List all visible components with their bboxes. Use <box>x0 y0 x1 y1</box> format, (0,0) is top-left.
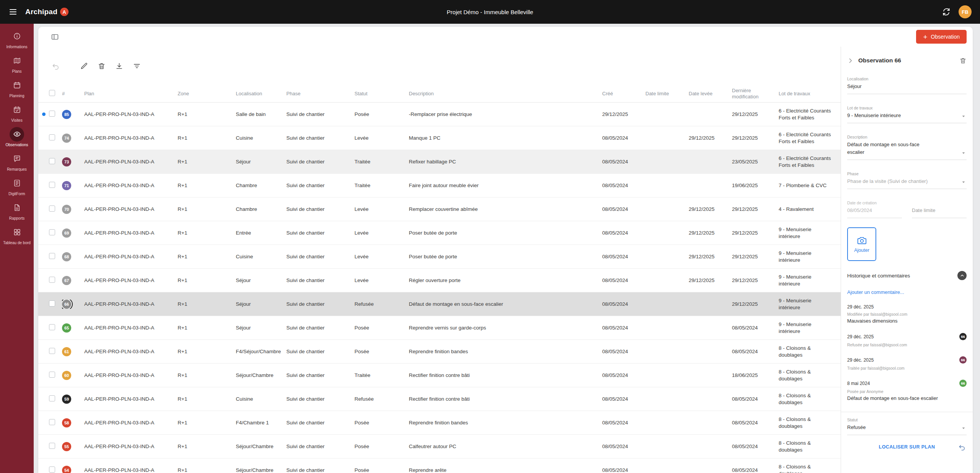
col-header-localisation[interactable]: Localisation <box>236 91 286 97</box>
col-header-derniere-modification[interactable]: Dernière modification <box>732 88 779 99</box>
col-header-num[interactable]: # <box>62 91 84 97</box>
row-checkbox[interactable] <box>49 324 55 330</box>
row-checkbox[interactable] <box>49 300 55 307</box>
undo-icon[interactable] <box>47 58 64 73</box>
edit-icon[interactable] <box>75 58 93 73</box>
col-header-statut[interactable]: Statut <box>354 91 409 97</box>
collapse-panel-icon[interactable] <box>847 57 854 64</box>
col-header-plan[interactable]: Plan <box>84 91 178 97</box>
col-header-zone[interactable]: Zone <box>178 91 236 97</box>
table-row[interactable]: 59AAL-PER-PRO-PLN-03-IND-AR+1CuisineSuiv… <box>38 387 841 411</box>
user-avatar[interactable]: FB <box>959 5 972 18</box>
delete-icon[interactable] <box>93 58 110 73</box>
col-header-phase[interactable]: Phase <box>286 91 354 97</box>
sidebar-item-digitform[interactable]: DigitForm <box>0 174 34 198</box>
history-comment: Mauvaises dimensions <box>847 318 967 324</box>
col-header-date-levee[interactable]: Date levée <box>689 91 732 97</box>
sidebar-item-visites[interactable]: Visites <box>0 100 34 125</box>
table-row[interactable]: 66AAL-PER-PRO-PLN-03-IND-AR+1SéjourSuivi… <box>38 292 841 316</box>
panel-toggle-icon[interactable] <box>46 29 64 44</box>
table-row[interactable]: 65AAL-PER-PRO-PLN-03-IND-AR+1SéjourSuivi… <box>38 316 841 340</box>
row-checkbox[interactable] <box>49 158 55 164</box>
row-checkbox[interactable] <box>49 395 55 401</box>
row-checkbox[interactable] <box>49 229 55 235</box>
row-checkbox[interactable] <box>49 182 55 188</box>
localisation-input[interactable]: Localisation Séjour <box>847 77 967 94</box>
row-checkbox[interactable] <box>49 253 55 259</box>
row-checkbox[interactable] <box>49 466 55 473</box>
row-checkbox[interactable] <box>49 419 55 425</box>
table-row[interactable]: 54AAL-PER-PRO-PLN-03-IND-AR+1Séjour/Cham… <box>38 458 841 473</box>
cell-cree: 08/05/2024 <box>602 159 645 165</box>
lot-select[interactable]: Lot de travaux 9 - Menuiserie intérieure <box>847 106 967 123</box>
table-row[interactable]: 73AAL-PER-PRO-PLN-03-IND-AR+1SéjourSuivi… <box>38 150 841 174</box>
filter-icon[interactable] <box>128 58 145 73</box>
sidebar-item-remarques[interactable]: Remarques <box>0 149 34 174</box>
row-checkbox[interactable] <box>49 134 55 140</box>
table-row[interactable]: 74AAL-PER-PRO-PLN-03-IND-AR+1CuisineSuiv… <box>38 126 841 150</box>
export-icon[interactable] <box>110 58 128 73</box>
table-row[interactable]: 71AAL-PER-PRO-PLN-03-IND-AR+1ChambreSuiv… <box>38 174 841 197</box>
table-row[interactable]: 61AAL-PER-PRO-PLN-03-IND-AR+1F4/Séjour/C… <box>38 340 841 364</box>
col-header-description[interactable]: Description <box>409 91 602 97</box>
add-photo-button[interactable]: Ajouter <box>847 227 876 261</box>
col-header-cree[interactable]: Créé <box>602 91 645 97</box>
delete-observation-icon[interactable] <box>959 57 967 64</box>
cell-statut: Refusée <box>354 301 409 307</box>
history-date: 29 déc. 2025 <box>847 357 874 363</box>
cell-zone: R+1 <box>178 206 236 212</box>
localiser-sur-plan-link[interactable]: LOCALISER SUR PLAN <box>879 444 935 450</box>
add-comment-link[interactable]: Ajouter un commentaire... <box>847 289 967 295</box>
sidebar-item-observations[interactable]: Observations <box>0 125 34 149</box>
cell-description: Poser butée de porte <box>409 254 602 259</box>
cell-description: Poser butée de porte <box>409 230 602 236</box>
col-header-date-limite[interactable]: Date limite <box>645 91 689 97</box>
sidebar-item-plans[interactable]: Plans <box>0 51 34 76</box>
cell-statut: Posée <box>354 325 409 331</box>
table-row[interactable]: 58AAL-PER-PRO-PLN-03-IND-AR+1F4/Chambre … <box>38 411 841 435</box>
cell-statut: Posée <box>354 444 409 449</box>
number-cell: 67 <box>62 276 84 285</box>
sidebar-item-tableau-de-bord[interactable]: Tableau de bord <box>0 223 34 247</box>
cell-localisation: Entrée <box>236 230 286 236</box>
cell-date-levee: 29/12/2025 <box>689 230 732 236</box>
row-checkbox[interactable] <box>49 348 55 354</box>
phase-select[interactable]: Phase Phase de la visite (Suivi de chant… <box>847 171 967 189</box>
cell-localisation: Séjour/Chambre <box>236 444 286 449</box>
table-row[interactable]: 85AAL-PER-PRO-PLN-03-IND-AR+1Salle de ba… <box>38 103 841 126</box>
cell-zone: R+1 <box>178 467 236 473</box>
hamburger-menu-icon[interactable] <box>8 7 18 16</box>
row-checkbox[interactable] <box>49 111 55 117</box>
statut-select[interactable]: Statut Refusée <box>847 418 967 435</box>
sidebar-item-rapports[interactable]: Rapports <box>0 198 34 223</box>
col-header-lot-de-travaux[interactable]: Lot de travaux <box>779 91 841 97</box>
row-checkbox[interactable] <box>49 443 55 449</box>
table-row[interactable]: 67AAL-PER-PRO-PLN-03-IND-AR+1SéjourSuivi… <box>38 269 841 292</box>
number-cell: 55 <box>62 442 84 451</box>
history-date: 29 déc. 2025 <box>847 304 874 310</box>
statut-label: Statut <box>847 418 967 422</box>
observation-number-badge: 67 <box>62 276 71 285</box>
table-row[interactable]: 70AAL-PER-PRO-PLN-03-IND-AR+1ChambreSuiv… <box>38 197 841 221</box>
collapse-history-button[interactable] <box>957 271 967 280</box>
add-observation-button[interactable]: + Observation <box>916 30 967 44</box>
sidebar-item-informations[interactable]: Informations <box>0 27 34 51</box>
table-row[interactable]: 69AAL-PER-PRO-PLN-03-IND-AR+1EntréeSuivi… <box>38 221 841 245</box>
undo-icon[interactable] <box>958 443 966 451</box>
date-limite-input[interactable]: Date limite <box>912 201 967 218</box>
sync-icon[interactable] <box>942 7 951 16</box>
description-select[interactable]: Description Défaut de montage en sous-fa… <box>847 135 967 160</box>
row-checkbox[interactable] <box>49 277 55 283</box>
row-checkbox[interactable] <box>49 206 55 212</box>
table-row[interactable]: 55AAL-PER-PRO-PLN-03-IND-AR+1Séjour/Cham… <box>38 435 841 458</box>
row-checkbox[interactable] <box>49 372 55 378</box>
number-cell: 65 <box>62 323 84 333</box>
header-checkbox[interactable] <box>49 90 55 96</box>
cell-plan: AAL-PER-PRO-PLN-03-IND-A <box>84 111 178 117</box>
calendar-icon <box>10 78 24 93</box>
history-entry: 29 déc. 202566Traitée par faissal@bigsoo… <box>847 356 967 370</box>
cell-derniere-modification: 08/05/2024 <box>732 467 779 473</box>
table-row[interactable]: 60AAL-PER-PRO-PLN-03-IND-AR+1Séjour/Cham… <box>38 364 841 387</box>
table-row[interactable]: 68AAL-PER-PRO-PLN-03-IND-AR+1CuisineSuiv… <box>38 245 841 269</box>
sidebar-item-planning[interactable]: Planning <box>0 76 34 100</box>
